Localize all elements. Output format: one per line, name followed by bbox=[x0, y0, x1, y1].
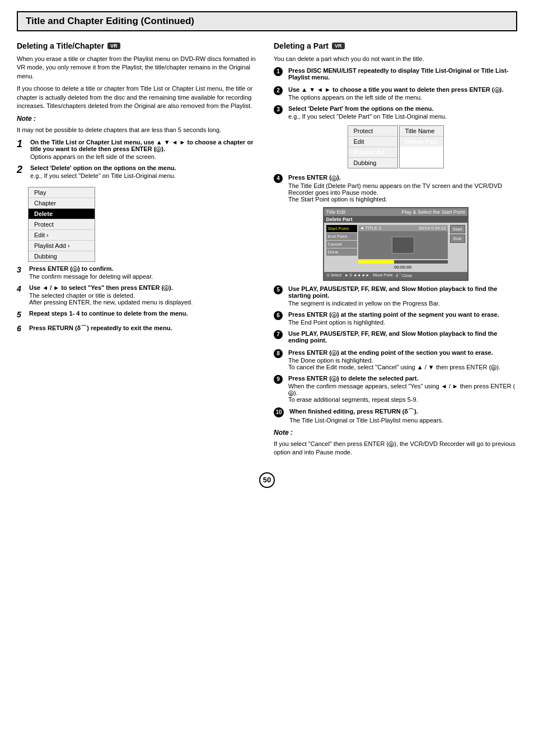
right-step-9-bold: Press ENTER (⊙) to delete the selected p… bbox=[288, 375, 517, 382]
te-title-label: ◄ TITLE 2 bbox=[360, 226, 381, 231]
left-note-heading: Note : bbox=[17, 114, 260, 124]
right-intro: You can delete a part which you do not w… bbox=[274, 55, 517, 63]
te-ctrl-close: δ⌒Close bbox=[396, 273, 412, 279]
page-footer: 50 bbox=[17, 472, 517, 488]
page-title: Title and Chapter Editing (Continued) bbox=[26, 16, 194, 26]
step-2-detail: e.g., If you select "Delete" on Title Li… bbox=[30, 172, 176, 179]
right-step-7-bold: Use PLAY, PAUSE/STEP, FF, REW, and Slow … bbox=[288, 330, 517, 344]
te-ctrl-move: Move Point bbox=[373, 273, 392, 279]
right-step-num-7: 7 bbox=[274, 330, 283, 339]
right-menu-edit: Edit bbox=[348, 137, 397, 147]
delete-menu-box: Play Chapter Delete Protect Edit Playlis… bbox=[28, 187, 95, 262]
te-body: Start Point End Point Cancel Done ◄ TITL… bbox=[324, 223, 467, 272]
enter-icon-4: ⊙ bbox=[163, 285, 169, 291]
left-section-title: Deleting a Title/Chapter VR bbox=[17, 41, 260, 50]
step-num-3: 3 bbox=[17, 265, 26, 275]
te-header: Title Edit Play & Select the Start Point bbox=[324, 208, 467, 216]
right-note-text: If you select "Cancel" then press ENTER … bbox=[274, 440, 517, 457]
step-num-2: 2 bbox=[17, 165, 27, 176]
right-step-6: 6 Press ENTER (⊙) at the starting point … bbox=[274, 311, 517, 326]
page-wrapper: Title and Chapter Editing (Continued) De… bbox=[17, 11, 517, 488]
right-step-5-detail: The segment is indicated in yellow on th… bbox=[288, 300, 440, 307]
step-4-bold: Use ◄ / ► to select "Yes" then press ENT… bbox=[29, 284, 260, 291]
right-step-8-detail: The Done option is highlighted.To cancel… bbox=[288, 357, 500, 370]
enter-icon-r9b: ⊙ bbox=[288, 391, 294, 396]
right-step-10: 10 When finished editing, press RETURN (… bbox=[274, 407, 517, 424]
left-step-6: 6 Press RETURN (δ⌒) repeatedly to exit t… bbox=[17, 324, 260, 334]
te-done: Done bbox=[326, 248, 357, 256]
enter-icon-note: ⊙ bbox=[388, 442, 394, 447]
right-menu-col2: Title Name Delete Part bbox=[399, 125, 444, 168]
right-step-10-bold: When finished editing, press RETURN (δ⌒)… bbox=[289, 407, 517, 416]
left-step-2: 2 Select 'Delete' option on the options … bbox=[17, 165, 260, 179]
right-step-num-2: 2 bbox=[274, 86, 283, 95]
right-step-3-bold: Select 'Delete Part' from the options on… bbox=[288, 105, 517, 112]
step-2-bold: Select 'Delete' option on the options on… bbox=[30, 165, 260, 171]
right-step-2: 2 Use ▲ ▼ ◄ ► to choose a title you want… bbox=[274, 86, 517, 101]
right-step-10-detail: The Title List-Original or Title List-Pl… bbox=[289, 417, 443, 424]
right-step-6-detail: The End Point option is highlighted. bbox=[288, 319, 385, 326]
right-step-3-detail: e.g., If you select "Delete Part" on Tit… bbox=[288, 113, 447, 120]
te-sidebar: Start Point End Point Cancel Done bbox=[326, 225, 357, 270]
te-header-right: Play & Select the Start Point bbox=[401, 209, 465, 215]
enter-icon-1: ⊙ bbox=[156, 147, 161, 152]
right-step-8-bold: Press ENTER (⊙) at the ending point of t… bbox=[288, 349, 517, 356]
right-step-3: 3 Select 'Delete Part' from the options … bbox=[274, 105, 517, 120]
step-num-1: 1 bbox=[17, 139, 27, 150]
right-column: Deleting a Part VR You can delete a part… bbox=[274, 41, 517, 461]
te-ctrl-select: ⊙ Select bbox=[326, 273, 341, 279]
left-note-text: It may not be possible to delete chapter… bbox=[17, 126, 260, 134]
step-1-detail: Options appears on the left side of the … bbox=[30, 153, 156, 160]
right-step-4: 4 Press ENTER (⊙). The Title Edit (Delet… bbox=[274, 174, 517, 202]
enter-icon-r4: ⊙ bbox=[331, 176, 337, 181]
step-4-detail: The selected chapter or title is deleted… bbox=[29, 292, 193, 306]
te-timecode: 00:00:00 bbox=[358, 265, 448, 270]
right-menu-playlist-ad: Playlist Ad bbox=[348, 147, 397, 158]
right-step-4-detail: The Title Edit (Delete Part) menu appear… bbox=[288, 182, 502, 203]
right-step-1: 1 Press DISC MENU/LIST repeatedly to dis… bbox=[274, 67, 517, 82]
right-menu-dubbing: Dubbing bbox=[348, 158, 397, 168]
page-number: 50 bbox=[259, 472, 275, 488]
right-step-1-bold: Press DISC MENU/LIST repeatedly to displ… bbox=[288, 67, 517, 81]
right-menu-col1: Protect Edit Playlist Ad Dubbing bbox=[348, 125, 398, 168]
menu-delete: Delete bbox=[29, 209, 95, 219]
step-5-bold: Repeat steps 1- 4 to continue to delete … bbox=[29, 310, 260, 317]
enter-icon-3: ⊙ bbox=[72, 266, 78, 272]
te-cancel: Cancel bbox=[326, 241, 357, 248]
right-step-5-bold: Use PLAY, PAUSE/STEP, FF, REW, and Slow … bbox=[288, 285, 517, 299]
right-menu-container: Protect Edit Playlist Ad Dubbing Title N… bbox=[348, 125, 444, 168]
right-note-heading: Note : bbox=[274, 428, 517, 438]
right-step-num-3: 3 bbox=[274, 105, 283, 114]
left-intro-2: If you choose to delete a title or chapt… bbox=[17, 84, 260, 110]
menu-play: Play bbox=[29, 187, 95, 198]
te-start-btn: Start bbox=[450, 225, 465, 233]
menu-edit: Edit bbox=[29, 230, 95, 241]
title-edit-screen: Title Edit Play & Select the Start Point… bbox=[323, 207, 469, 281]
menu-dubbing: Dubbing bbox=[29, 251, 95, 261]
te-header-left: Title Edit bbox=[326, 209, 346, 215]
te-end-point: End Point bbox=[326, 233, 357, 240]
te-start-point: Start Point bbox=[326, 225, 357, 232]
left-step-5: 5 Repeat steps 1- 4 to continue to delet… bbox=[17, 310, 260, 320]
right-step-2-bold: Use ▲ ▼ ◄ ► to choose a title you want t… bbox=[288, 86, 517, 93]
te-right-buttons: Start End bbox=[450, 225, 465, 270]
te-date-time: 10/14 0:34:12 bbox=[419, 226, 446, 231]
te-main-area: ◄ TITLE 2 10/14 0:34:12 00:00:00 bbox=[358, 225, 448, 270]
step-3-bold: Press ENTER (⊙) to confirm. bbox=[29, 265, 260, 272]
menu-chapter: Chapter bbox=[29, 198, 95, 209]
right-section-title: Deleting a Part VR bbox=[274, 41, 517, 50]
right-step-num-4: 4 bbox=[274, 174, 283, 183]
left-column: Deleting a Title/Chapter VR When you era… bbox=[17, 41, 260, 461]
menu-protect: Protect bbox=[29, 219, 95, 230]
step-3-detail: The confirm message for deleting will ap… bbox=[29, 273, 153, 280]
enter-icon-r6: ⊙ bbox=[331, 312, 337, 318]
te-video-area bbox=[358, 231, 448, 259]
left-step-3: 3 Press ENTER (⊙) to confirm. The confir… bbox=[17, 265, 260, 280]
right-menu-protect: Protect bbox=[348, 126, 397, 137]
right-submenu-delete-part: Delete Part bbox=[400, 137, 443, 147]
te-thumbnail bbox=[392, 237, 414, 253]
step-1-bold: On the Title List or Chapter List menu, … bbox=[30, 139, 260, 152]
left-step-1: 1 On the Title List or Chapter List menu… bbox=[17, 139, 260, 160]
right-step-2-detail: The options appears on the left side of … bbox=[288, 94, 422, 101]
right-step-4-bold: Press ENTER (⊙). bbox=[288, 174, 517, 181]
